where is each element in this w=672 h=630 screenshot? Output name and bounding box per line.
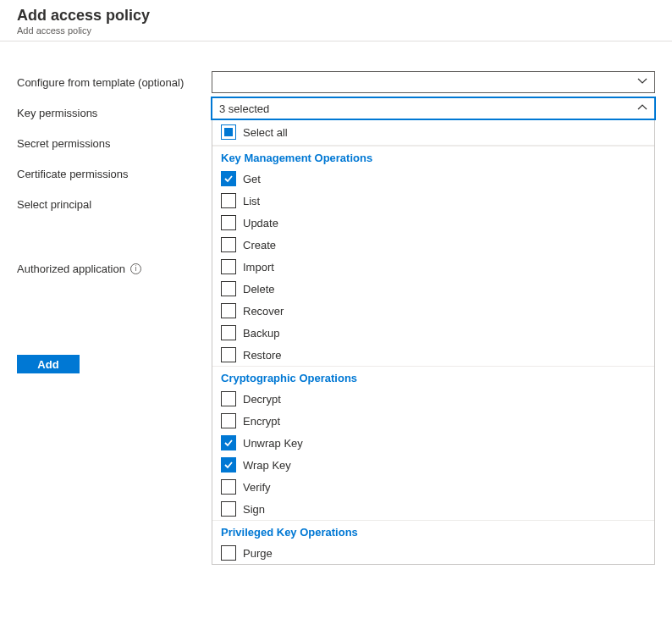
dropdown-item[interactable]: Verify xyxy=(212,476,654,498)
checkbox-unchecked-icon xyxy=(221,501,236,517)
key-permissions-dropdown: Select all Key Management OperationsGetL… xyxy=(212,119,655,565)
breadcrumb: Add access policy xyxy=(17,25,655,36)
checkbox-unchecked-icon xyxy=(221,281,236,296)
dropdown-item-label: Wrap Key xyxy=(243,459,291,472)
label-authorized-application: Authorized application xyxy=(17,257,125,280)
checkbox-checked-icon xyxy=(221,435,236,450)
dropdown-item-label: Create xyxy=(243,239,276,251)
dropdown-item-label: Backup xyxy=(243,327,279,340)
dropdown-group-header: Key Management Operations xyxy=(212,146,654,168)
checkbox-checked-icon xyxy=(221,171,236,186)
label-select-principal: Select principal xyxy=(17,192,91,216)
dropdown-item[interactable]: Sign xyxy=(212,498,654,520)
dropdown-group-header: Privileged Key Operations xyxy=(212,520,654,542)
label-secret-permissions: Secret permissions xyxy=(17,131,111,155)
dropdown-item[interactable]: Wrap Key xyxy=(212,454,654,476)
dropdown-item[interactable]: Update xyxy=(212,212,654,234)
label-key-permissions: Key permissions xyxy=(17,101,97,124)
dropdown-item-label: Unwrap Key xyxy=(243,437,303,450)
configure-template-select[interactable] xyxy=(212,71,655,93)
label-configure-template: Configure from template (optional) xyxy=(17,70,184,94)
checkbox-unchecked-icon xyxy=(221,391,236,406)
checkbox-unchecked-icon xyxy=(221,303,236,318)
checkbox-unchecked-icon xyxy=(221,193,236,208)
dropdown-group-header: Cryptographic Operations xyxy=(212,366,654,388)
key-permissions-select[interactable]: 3 selected xyxy=(212,97,655,119)
dropdown-item[interactable]: Get xyxy=(212,168,654,190)
dropdown-item-label: Delete xyxy=(243,283,275,296)
dropdown-item[interactable]: Import xyxy=(212,256,654,278)
dropdown-item-label: Recover xyxy=(243,305,284,318)
dropdown-item[interactable]: Backup xyxy=(212,322,654,344)
key-permissions-selected-text: 3 selected xyxy=(219,102,269,115)
dropdown-item-label: Purge xyxy=(243,547,273,560)
dropdown-item-label: Import xyxy=(243,261,274,274)
dropdown-item[interactable]: Purge xyxy=(212,542,654,564)
dropdown-item[interactable]: Encrypt xyxy=(212,410,654,432)
label-certificate-permissions: Certificate permissions xyxy=(17,162,129,185)
dropdown-item-label: List xyxy=(243,195,260,207)
dropdown-item-label: Update xyxy=(243,217,278,229)
page-header: Add access policy Add access policy xyxy=(0,0,672,41)
checkbox-unchecked-icon xyxy=(221,259,236,274)
checkbox-unchecked-icon xyxy=(221,413,236,428)
dropdown-item[interactable]: Create xyxy=(212,234,654,256)
page-title: Add access policy xyxy=(17,7,655,25)
add-button[interactable]: Add xyxy=(17,355,80,373)
dropdown-item[interactable]: Delete xyxy=(212,278,654,300)
dropdown-item[interactable]: Decrypt xyxy=(212,388,654,410)
checkbox-unchecked-icon xyxy=(221,347,236,362)
checkbox-unchecked-icon xyxy=(221,545,236,561)
checkbox-unchecked-icon xyxy=(221,479,236,495)
checkbox-indeterminate-icon xyxy=(221,124,236,140)
dropdown-item[interactable]: Unwrap Key xyxy=(212,432,654,454)
dropdown-item-select-all[interactable]: Select all xyxy=(212,119,654,146)
chevron-down-icon xyxy=(637,76,647,89)
dropdown-item[interactable]: Recover xyxy=(212,300,654,322)
dropdown-item-label: Restore xyxy=(243,349,282,362)
chevron-up-icon xyxy=(637,102,647,115)
dropdown-item-label: Verify xyxy=(243,481,271,494)
dropdown-item-label: Sign xyxy=(243,503,265,516)
checkbox-unchecked-icon xyxy=(221,237,236,252)
dropdown-item-label: Encrypt xyxy=(243,415,280,428)
checkbox-checked-icon xyxy=(221,457,236,472)
dropdown-item[interactable]: List xyxy=(212,190,654,212)
dropdown-item[interactable]: Restore xyxy=(212,344,654,366)
dropdown-item-label: Get xyxy=(243,173,261,185)
info-icon[interactable]: i xyxy=(130,263,141,274)
dropdown-item-label: Decrypt xyxy=(243,393,281,406)
select-all-label: Select all xyxy=(243,126,288,139)
checkbox-unchecked-icon xyxy=(221,325,236,340)
checkbox-unchecked-icon xyxy=(221,215,236,230)
